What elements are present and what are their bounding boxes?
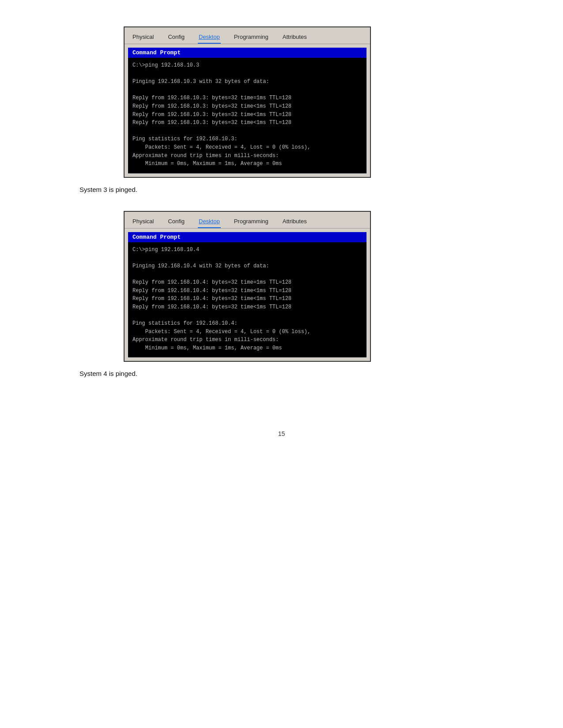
page-number: 15 — [79, 430, 484, 437]
tab-config-2[interactable]: Config — [167, 216, 185, 228]
tab-bar-2: Physical Config Desktop Programming Attr… — [125, 212, 370, 229]
page-content: Physical Config Desktop Programming Attr… — [79, 26, 484, 437]
tab-desktop-2[interactable]: Desktop — [198, 216, 221, 228]
cmd-body-1: C:\>ping 192.168.10.3 Pinging 192.168.10… — [128, 58, 367, 173]
tab-config-1[interactable]: Config — [167, 32, 185, 44]
tab-programming-1[interactable]: Programming — [233, 32, 269, 44]
screenshot-2: Physical Config Desktop Programming Attr… — [124, 211, 371, 362]
tab-physical-1[interactable]: Physical — [132, 32, 155, 44]
tab-desktop-1[interactable]: Desktop — [198, 32, 221, 44]
tab-attributes-1[interactable]: Attributes — [282, 32, 308, 44]
tab-attributes-2[interactable]: Attributes — [282, 216, 308, 228]
tab-bar-1: Physical Config Desktop Programming Attr… — [125, 27, 370, 44]
screenshot-1: Physical Config Desktop Programming Attr… — [124, 26, 371, 178]
cmd-title-2: Command Prompt — [128, 232, 367, 242]
tab-programming-2[interactable]: Programming — [233, 216, 269, 228]
cmd-title-1: Command Prompt — [128, 48, 367, 58]
caption-2: System 4 is pinged. — [79, 370, 137, 377]
cmd-body-2: C:\>ping 192.168.10.4 Pinging 192.168.10… — [128, 242, 367, 358]
tab-physical-2[interactable]: Physical — [132, 216, 155, 228]
caption-1: System 3 is pinged. — [79, 186, 137, 193]
